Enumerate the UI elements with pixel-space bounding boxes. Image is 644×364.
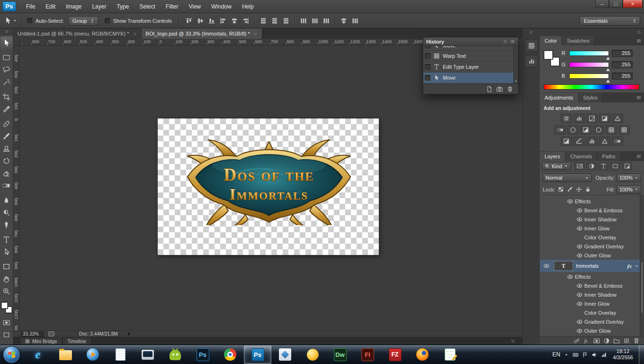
distribute-right-edges-button[interactable]: [321, 16, 331, 26]
auto-align-layers-button[interactable]: [339, 16, 349, 26]
taskbar-spreadsheet[interactable]: [436, 346, 464, 364]
expand-panels-button[interactable]: [529, 28, 534, 36]
tab-adjustments[interactable]: Adjustments: [540, 93, 579, 102]
layer-thumbnail[interactable]: T: [554, 261, 573, 271]
show-desktop-button[interactable]: [639, 345, 644, 364]
channel-value-input[interactable]: 255: [612, 73, 633, 80]
channel-slider[interactable]: [569, 62, 609, 67]
align-bottom-edges-button[interactable]: [206, 16, 217, 26]
history-state-move[interactable]: Move: [423, 46, 513, 51]
lock-transparency-button[interactable]: [557, 186, 565, 193]
panel-menu-icon[interactable]: [636, 36, 644, 46]
tab-color[interactable]: Color: [540, 36, 562, 46]
adjustment-invert-button[interactable]: [561, 136, 572, 146]
adjustment-selective-color-button[interactable]: [599, 136, 610, 146]
taskbar-photoshop-dark[interactable]: Ps: [189, 346, 216, 364]
history-panel-header[interactable]: History: [423, 37, 518, 46]
filter-pixel-layers-button[interactable]: [574, 162, 585, 170]
tab-mini-bridge[interactable]: Mini Bridge: [20, 337, 63, 345]
layers-scrollbar[interactable]: [640, 195, 644, 336]
tool-clone-stamp[interactable]: [0, 142, 13, 155]
visibility-toggle[interactable]: [575, 291, 584, 298]
current-tool-preset[interactable]: [4, 17, 17, 25]
history-source-checkbox[interactable]: [425, 75, 430, 81]
visibility-toggle[interactable]: [575, 225, 584, 232]
taskbar-internet-explorer[interactable]: e: [24, 346, 52, 364]
menu-filter[interactable]: Filter: [161, 0, 184, 13]
visibility-toggle[interactable]: [575, 282, 584, 289]
tool-quick-selection[interactable]: [0, 76, 13, 88]
tool-gradient[interactable]: [0, 179, 13, 191]
tool-crop[interactable]: [0, 91, 13, 103]
adjustment-exposure-button[interactable]: [599, 114, 610, 123]
new-layer-button[interactable]: [623, 337, 630, 344]
auto-select-checkbox[interactable]: [27, 18, 32, 23]
visibility-toggle[interactable]: [542, 263, 551, 269]
collapsed-panel-button-1[interactable]: [525, 39, 538, 52]
lock-all-button[interactable]: [584, 186, 592, 193]
ruler-vertical[interactable]: 4003002001000100200300400500600700800900…: [13, 46, 19, 330]
filter-type-layers-button[interactable]: [598, 162, 608, 170]
visibility-toggle[interactable]: [575, 207, 584, 214]
filter-shape-layers-button[interactable]: [610, 162, 620, 170]
layer-effect-row-effects[interactable]: Effects: [540, 197, 644, 206]
tool-brush[interactable]: [0, 130, 13, 142]
taskbar-firefox[interactable]: [409, 346, 436, 364]
tool-hand[interactable]: [0, 273, 13, 285]
document-tab-untitled[interactable]: Untitled-1.psd @ 66.7% (menu, RGB/8/CMYK…: [13, 28, 142, 39]
channel-value-input[interactable]: 255: [612, 50, 633, 57]
layer-effect-row-gradient-overlay[interactable]: Gradient Overlay: [540, 317, 644, 326]
taskbar-dreamweaver[interactable]: Dw: [326, 346, 354, 364]
layer-row-immortals[interactable]: TImmortalsfx: [540, 260, 644, 272]
adjustment-black-and-white-button[interactable]: [580, 125, 591, 135]
delete-state-button[interactable]: [507, 86, 513, 92]
collapsed-panel-button-2[interactable]: [525, 55, 538, 67]
adjustment-color-lookup-button[interactable]: [618, 125, 630, 135]
foreground-color-swatch[interactable]: [544, 50, 553, 60]
history-source-checkbox[interactable]: [425, 53, 430, 59]
language-indicator[interactable]: EN: [553, 351, 561, 358]
taskbar-jcreator[interactable]: [299, 346, 326, 364]
opacity-dropdown[interactable]: 100%: [617, 173, 641, 182]
delete-layer-button[interactable]: [633, 337, 640, 344]
tab-paths[interactable]: Paths: [598, 152, 621, 161]
adjustment-brightness-contrast-button[interactable]: [561, 114, 572, 123]
maximize-button[interactable]: □: [609, 0, 623, 8]
tray-icon-volume[interactable]: [591, 352, 598, 358]
taskbar-explorer-folder[interactable]: [52, 346, 79, 364]
status-chip-icon[interactable]: [48, 331, 54, 337]
tool-type[interactable]: [0, 233, 13, 246]
lock-pixels-button[interactable]: [566, 186, 574, 193]
taskbar-notepad[interactable]: [107, 346, 134, 364]
menu-view[interactable]: View: [183, 0, 206, 13]
tool-dodge[interactable]: [0, 206, 13, 218]
visibility-toggle[interactable]: [565, 273, 575, 280]
scrollbar-thumb[interactable]: [641, 262, 644, 314]
panel-menu-icon[interactable]: [636, 93, 644, 102]
taskbar-virtualbox[interactable]: [271, 346, 299, 364]
channel-slider[interactable]: [569, 73, 609, 79]
visibility-toggle[interactable]: [575, 328, 584, 334]
tray-icon-keyboard[interactable]: [572, 352, 579, 358]
dock-collapse-button[interactable]: [540, 28, 644, 36]
layer-effect-row-outer-glow[interactable]: Outer Glow: [540, 326, 644, 335]
scroll-down-icon[interactable]: [514, 79, 518, 83]
fill-dropdown[interactable]: 100%: [617, 185, 641, 194]
panel-menu-icon[interactable]: [510, 39, 515, 44]
tool-rectangle[interactable]: [0, 260, 13, 273]
zoom-level-input[interactable]: 33.33%: [21, 331, 44, 337]
menu-type[interactable]: Type: [111, 0, 134, 13]
menu-layer[interactable]: Layer: [87, 0, 111, 13]
channel-slider[interactable]: [569, 51, 609, 56]
layer-effect-row-outer-glow[interactable]: Outer Glow: [540, 251, 644, 260]
history-scrollbar[interactable]: [513, 46, 518, 83]
distribute-left-edges-button[interactable]: [298, 16, 309, 26]
filter-smart-objects-button[interactable]: [622, 162, 632, 170]
link-layers-button[interactable]: [573, 337, 580, 344]
tool-spot-healing[interactable]: [0, 118, 13, 130]
adjustment-vibrance-button[interactable]: [612, 114, 623, 123]
distribute-vertical-centers-button[interactable]: [269, 16, 280, 26]
history-state-warp-text[interactable]: Warp Text: [423, 51, 513, 62]
adjustment-posterize-button[interactable]: [573, 136, 585, 146]
status-menu-arrow-icon[interactable]: [126, 331, 132, 337]
